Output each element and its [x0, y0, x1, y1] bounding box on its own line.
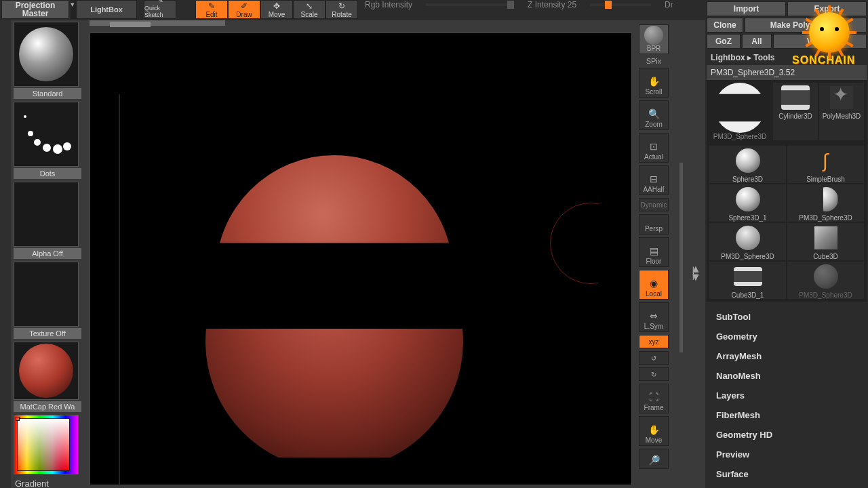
sphere-icon [736, 187, 760, 211]
subpalette-list: SubTool Geometry ArrayMesh NanoMesh Laye… [707, 307, 867, 484]
subpanel-preview[interactable]: Preview [707, 445, 867, 464]
viewport-canvas[interactable] [90, 33, 632, 485]
frame-icon: ⛶ [649, 390, 658, 404]
brush-cursor-ring [550, 203, 631, 284]
tool-item-polymesh3d[interactable]: PolyMesh3D [819, 83, 864, 140]
tool-item-sphere3d[interactable]: Sphere3D [709, 146, 786, 183]
floor-button[interactable]: ▤Floor [639, 237, 669, 267]
rotate-y-icon: ↺ [651, 354, 656, 362]
actual-button[interactable]: ⊡Actual [639, 133, 669, 163]
xyz-button[interactable]: xyz [639, 335, 669, 348]
projection-master-button[interactable]: Projection Master [1, 0, 69, 19]
material-thumbnail[interactable] [14, 342, 79, 400]
tool-item-pm3d-sphere-b[interactable]: PM3D_Sphere3D [787, 184, 864, 222]
texture-label: Texture Off [14, 328, 81, 339]
mesh-bottom-half [205, 213, 463, 470]
tool-item-sphere3d-1[interactable]: Sphere3D_1 [709, 184, 786, 222]
rot-y-button[interactable]: ↺ [639, 351, 669, 365]
frame-button[interactable]: ⛶Frame [639, 384, 669, 413]
subpanel-layers[interactable]: Layers [707, 386, 867, 405]
lsym-button[interactable]: ⇔L.Sym [639, 302, 669, 332]
subpanel-geometryhd[interactable]: Geometry HD [707, 425, 867, 445]
current-tool-icon [715, 83, 765, 133]
clone-button[interactable]: Clone [707, 18, 743, 33]
tool-breadcrumb[interactable]: Lightbox ▸ Tools [707, 50, 867, 65]
cube-half-icon [734, 267, 762, 286]
canvas-move-button[interactable]: ✋Move [639, 416, 669, 446]
canvas-extra-button[interactable]: 🔎 [639, 449, 669, 469]
move-icon: ✥ [273, 1, 280, 11]
left-dock-strip[interactable] [0, 20, 11, 488]
subpanel-fibermesh[interactable]: FiberMesh [707, 405, 867, 425]
goz-all-button[interactable]: All [742, 34, 772, 49]
tool-item-cube3d-1[interactable]: Cube3D_1 [709, 262, 786, 299]
pan-icon: ✋ [648, 423, 660, 436]
make-polymesh-button[interactable]: Make PolyMesh3D [745, 18, 867, 33]
scroll-button[interactable]: ✋Scroll [639, 68, 669, 98]
persp-button[interactable]: Persp [639, 214, 669, 235]
draw-icon: ✐ [241, 1, 248, 11]
zoom-button[interactable]: 🔍Zoom [639, 100, 669, 130]
panel-resize-handle[interactable]: ▲│▼ [690, 267, 701, 279]
spix-label[interactable]: SPix [646, 57, 662, 65]
current-tool-large[interactable]: PM3D_Sphere3D [709, 83, 770, 140]
cube-icon [814, 226, 837, 249]
controller-icon [736, 226, 760, 250]
floor-icon: ▤ [650, 244, 658, 258]
tool-item-pm3d-sphere-c[interactable]: PM3D_Sphere3D [709, 223, 786, 260]
subpanel-arraymesh[interactable]: ArrayMesh [707, 346, 867, 366]
goz-button[interactable]: GoZ [707, 34, 741, 49]
magnify-icon: 🔎 [648, 453, 660, 467]
export-button[interactable]: Export [787, 1, 867, 16]
subpanel-geometry[interactable]: Geometry [707, 327, 867, 346]
tool-item-pm3d-sphere-d[interactable]: PM3D_Sphere3D [787, 262, 864, 299]
subpanel-subtool[interactable]: SubTool [707, 307, 867, 327]
rotate-button[interactable]: ↻ Rotate [326, 0, 358, 19]
brush-thumbnail[interactable] [14, 22, 79, 87]
move-button[interactable]: ✥ Move [260, 0, 293, 19]
star-icon [830, 86, 853, 109]
z-intensity-slider[interactable] [590, 3, 651, 6]
stroke-thumbnail[interactable] [14, 102, 79, 167]
left-tray: Standard Dots Alpha Off Texture Off MatC… [14, 22, 81, 488]
local-button[interactable]: ◉Local [639, 270, 669, 300]
lightbox-button[interactable]: LightBox [76, 0, 137, 19]
current-tool-name[interactable]: PM3D_Sphere3D_3.52 [707, 65, 867, 80]
zoom-icon: 🔍 [648, 107, 660, 121]
gradient-label[interactable]: Gradient [14, 474, 81, 488]
current-tool-label: PM3D_Sphere3D [709, 133, 770, 140]
stroke-label: Dots [14, 168, 81, 179]
dropdown-arrow[interactable]: ▾ [71, 0, 76, 19]
quick-sketch-button[interactable]: ✎ Quick Sketch [144, 0, 176, 19]
canvas-toolbar: BPR SPix ✋Scroll 🔍Zoom ⊡Actual ⊟AAHalf D… [637, 24, 670, 469]
bpr-render-button[interactable]: BPR [639, 24, 669, 54]
rgb-intensity-slider[interactable] [426, 3, 514, 6]
sphere-icon [736, 148, 760, 173]
sphere-dim-icon [814, 264, 838, 289]
scale-button[interactable]: ⤡ Scale [293, 0, 326, 19]
alpha-thumbnail[interactable] [14, 182, 79, 247]
dynamic-toggle[interactable]: Dynamic [639, 198, 669, 211]
edit-button[interactable]: ✎ Edit [195, 0, 228, 19]
texture-thumbnail[interactable] [14, 262, 79, 327]
draw-button[interactable]: ✐ Draw [228, 0, 260, 19]
subpanel-surface[interactable]: Surface [707, 464, 867, 484]
hand-icon: ✋ [648, 75, 660, 88]
right-dock-scrollbar[interactable] [679, 163, 683, 352]
tool-item-cube3d[interactable]: Cube3D [787, 223, 864, 260]
tool-item-simplebrush[interactable]: ʃSimpleBrush [787, 146, 864, 183]
draw-size-label: Dr [665, 0, 673, 9]
import-button[interactable]: Import [707, 1, 786, 16]
dots-stroke-icon [22, 114, 70, 155]
color-picker[interactable] [14, 415, 79, 474]
standard-brush-icon [19, 27, 73, 81]
goz-visible-button[interactable]: Visible [773, 34, 867, 49]
rgb-intensity-label: Rgb Intensity [365, 0, 412, 9]
rot-z-button[interactable]: ↻ [639, 367, 669, 381]
material-label: MatCap Red Wa [14, 401, 81, 412]
sym-icon: ⇔ [650, 309, 658, 323]
subpanel-nanomesh[interactable]: NanoMesh [707, 366, 867, 386]
cylinder-icon [781, 85, 810, 110]
tool-item-cylinder3d[interactable]: Cylinder3D [773, 83, 818, 140]
aahalf-button[interactable]: ⊟AAHalf [639, 165, 669, 195]
